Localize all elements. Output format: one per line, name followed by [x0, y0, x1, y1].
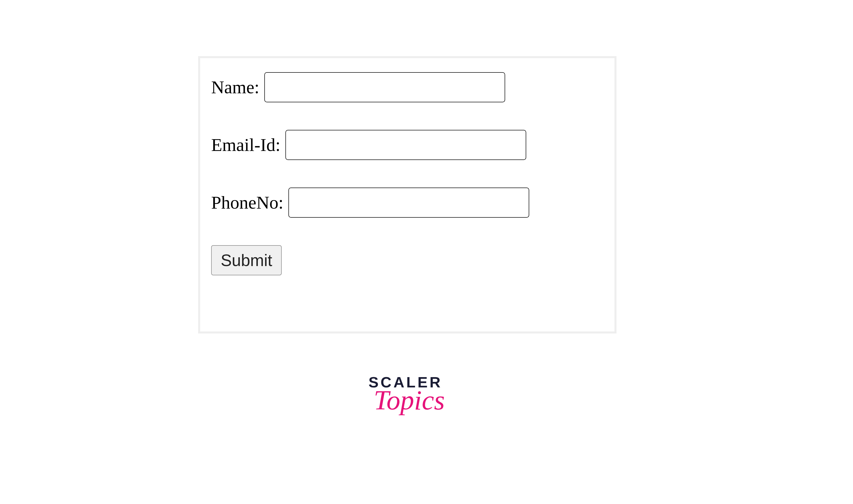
- phone-row: PhoneNo:: [211, 187, 603, 218]
- name-row: Name:: [211, 72, 603, 102]
- email-label: Email-Id:: [211, 134, 280, 156]
- logo: SCALER Topics: [366, 374, 445, 416]
- submit-button[interactable]: Submit: [211, 245, 282, 275]
- name-label: Name:: [211, 77, 259, 98]
- logo-subtitle: Topics: [374, 384, 445, 416]
- phone-label: PhoneNo:: [211, 192, 283, 213]
- email-row: Email-Id:: [211, 130, 603, 160]
- email-input[interactable]: [285, 130, 526, 160]
- form-container: Name: Email-Id: PhoneNo: Submit: [198, 56, 617, 334]
- phone-input[interactable]: [288, 187, 529, 218]
- name-input[interactable]: [264, 72, 505, 102]
